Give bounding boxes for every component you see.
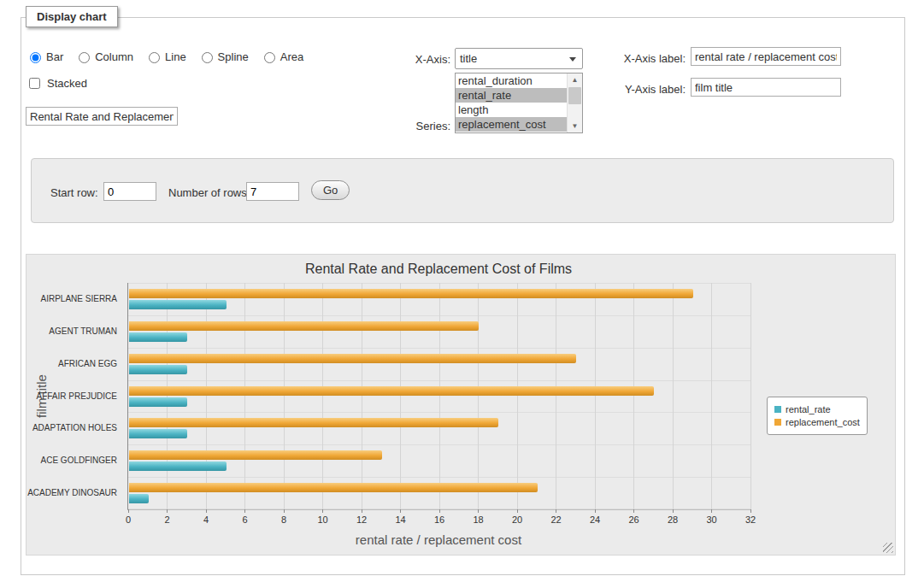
go-button[interactable]: Go	[311, 180, 350, 200]
series-option-rental_duration[interactable]: rental_duration	[456, 73, 567, 88]
vgrid-line	[633, 283, 634, 509]
chart-type-radio-line[interactable]	[149, 52, 160, 63]
x-tick-label: 18	[466, 514, 491, 525]
series-option-replacement_cost[interactable]: replacement_cost	[456, 117, 567, 132]
chart-type-option-area[interactable]: Area	[260, 50, 303, 63]
chart-type-radio-column[interactable]	[79, 52, 90, 63]
bar-rental_rate[interactable]	[129, 332, 187, 342]
bar-replacement_cost[interactable]	[129, 289, 693, 298]
x-tickmark	[478, 509, 479, 513]
x-tick-label: 6	[232, 514, 258, 525]
scroll-down-icon[interactable]: ▼	[568, 120, 582, 132]
x-tick-label: 14	[388, 514, 414, 525]
x-tickmark	[711, 509, 712, 513]
x-tickmark	[439, 509, 440, 513]
vgrid-line	[322, 283, 323, 509]
bar-replacement_cost[interactable]	[129, 354, 576, 363]
category-label: AGENT TRUMAN	[26, 326, 117, 336]
bar-rental_rate[interactable]	[129, 397, 187, 407]
legend-swatch	[774, 406, 781, 413]
vgrid-line	[244, 283, 245, 509]
bar-rental_rate[interactable]	[129, 365, 187, 374]
scroll-up-icon[interactable]: ▲	[568, 73, 582, 86]
x-tick-label: 26	[621, 514, 647, 525]
x-tick-label: 8	[271, 514, 297, 525]
x-tickmark	[595, 509, 596, 513]
chart-type-radio-spline[interactable]	[202, 52, 213, 63]
bar-rental_rate[interactable]	[129, 494, 149, 503]
resize-handle-icon[interactable]	[883, 543, 893, 553]
x-tick-label: 0	[115, 514, 141, 525]
number-of-rows-input[interactable]	[246, 182, 299, 201]
x-tickmark	[284, 509, 285, 513]
vgrid-line	[711, 283, 712, 509]
stacked-checkbox[interactable]	[29, 78, 40, 89]
chart-type-label: Column	[95, 50, 133, 63]
category-label: ADAPTATION HOLES	[26, 423, 117, 432]
x-axis-label-input[interactable]	[691, 47, 841, 66]
vgrid-line	[362, 283, 362, 509]
vgrid-line	[750, 283, 751, 509]
series-option-rental_rate[interactable]: rental_rate	[456, 88, 567, 103]
vgrid-line	[595, 283, 596, 509]
category-label: ACE GOLDFINGER	[26, 456, 117, 465]
y-axis-label-caption: Y-Axis label:	[590, 83, 686, 96]
legend-item-replacement_cost[interactable]: replacement_cost	[774, 417, 860, 427]
number-of-rows-caption: Number of rows:	[168, 186, 250, 199]
chart-type-option-line[interactable]: Line	[144, 50, 186, 63]
legend-label: rental_rate	[786, 404, 831, 414]
chevron-down-icon	[569, 57, 576, 62]
legend-label: replacement_cost	[786, 417, 860, 427]
x-tickmark	[322, 509, 323, 513]
display-chart-legend: Display chart	[26, 6, 118, 27]
chart-type-radio-area[interactable]	[264, 52, 275, 63]
chart-title-input[interactable]	[26, 107, 178, 126]
chart-type-option-bar[interactable]: Bar	[26, 50, 63, 63]
x-axis-select[interactable]: title	[455, 48, 583, 69]
category-label: AIRPLANE SIERRA	[26, 294, 117, 303]
bar-rental_rate[interactable]	[129, 429, 187, 438]
bar-replacement_cost[interactable]	[129, 386, 654, 396]
vgrid-line	[206, 283, 207, 509]
bar-replacement_cost[interactable]	[129, 483, 538, 492]
x-tickmark	[362, 509, 362, 513]
series-option-length[interactable]: length	[456, 103, 567, 117]
series-multiselect-list: rental_durationrental_ratelengthreplacem…	[456, 73, 582, 132]
category-label: AFRICAN EGG	[26, 359, 117, 368]
x-tickmark	[128, 509, 129, 513]
scrollbar-thumb[interactable]	[568, 87, 581, 104]
series-multiselect[interactable]: rental_durationrental_ratelengthreplacem…	[455, 73, 583, 133]
plot-area: 02468101214161820222426283032	[127, 283, 750, 510]
bar-replacement_cost[interactable]	[129, 321, 479, 331]
chart-title: Rental Rate and Replacement Cost of Film…	[127, 262, 750, 277]
vgrid-line	[556, 283, 556, 509]
stacked-option: Stacked	[26, 75, 87, 91]
chart-type-option-spline[interactable]: Spline	[197, 50, 249, 63]
bar-replacement_cost[interactable]	[129, 450, 382, 460]
vgrid-line	[673, 283, 674, 509]
bar-replacement_cost[interactable]	[129, 418, 498, 427]
bar-rental_rate[interactable]	[129, 461, 227, 471]
x-tick-label: 28	[660, 514, 686, 525]
x-tickmark	[244, 509, 245, 513]
chart-type-label: Bar	[46, 50, 63, 63]
y-axis-label-input[interactable]	[691, 78, 841, 97]
legend-item-rental_rate[interactable]: rental_rate	[774, 404, 860, 414]
legend-swatch	[774, 419, 781, 426]
x-tickmark	[167, 509, 168, 513]
vgrid-line	[517, 283, 518, 509]
x-tick-label: 32	[738, 514, 763, 525]
category-labels: AIRPLANE SIERRAAGENT TRUMANAFRICAN EGGAF…	[26, 283, 122, 509]
start-row-caption: Start row:	[50, 186, 98, 199]
start-row-input[interactable]	[103, 182, 156, 201]
x-tick-label: 4	[193, 514, 219, 525]
stacked-label: Stacked	[47, 77, 87, 90]
chart-panel: Rental Rate and Replacement Cost of Film…	[26, 254, 896, 556]
x-axis-caption: X-Axis:	[368, 53, 450, 66]
scrollbar[interactable]: ▲ ▼	[567, 73, 582, 132]
x-tick-label: 30	[699, 514, 725, 525]
bar-rental_rate[interactable]	[129, 300, 227, 309]
chart-type-option-column[interactable]: Column	[74, 50, 133, 63]
chart-type-radio-bar[interactable]	[30, 52, 41, 63]
x-tickmark	[400, 509, 401, 513]
